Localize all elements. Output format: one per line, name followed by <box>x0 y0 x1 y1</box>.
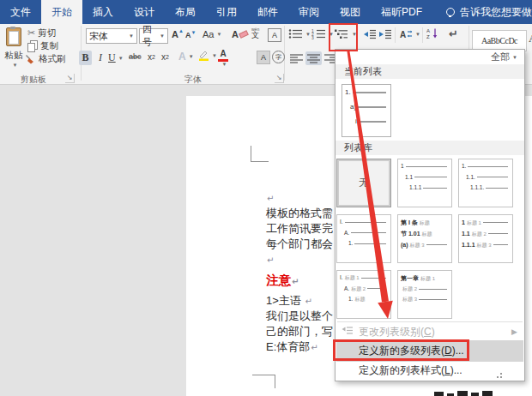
list-preview-line: 第一章标题 1 <box>401 275 449 281</box>
show-marks-button[interactable]: ↵ <box>449 27 458 40</box>
clear-formatting-button[interactable]: A <box>232 29 248 39</box>
cut-button[interactable]: ✂ 剪切 <box>27 27 56 39</box>
font-name-select[interactable]: 宋体▼ <box>86 28 137 44</box>
superscript-button[interactable]: x2 <box>161 52 169 62</box>
phonetic-bottom: 文 <box>251 32 259 39</box>
align-left-button[interactable] <box>288 51 305 65</box>
copy-label: 复制 <box>40 40 58 52</box>
list-style-none-option[interactable]: 无 <box>336 159 391 207</box>
copy-button[interactable]: 复制 <box>27 40 58 51</box>
phonetic-guide-button[interactable]: wén 文 <box>251 27 259 39</box>
character-border-glyph: A <box>268 28 281 42</box>
tab-审阅[interactable]: 审阅 <box>288 0 329 24</box>
paste-button[interactable]: 粘贴 ▼ <box>2 26 26 79</box>
change-case-button[interactable]: Aa▼ <box>203 29 221 39</box>
list-preview-line: 1.1.1标题 3 <box>462 242 510 248</box>
clipboard-dialog-launcher[interactable]: ↘ <box>65 74 75 83</box>
font-size-select[interactable]: 四号▼ <box>139 28 168 44</box>
clipboard-group-label: 剪贴板 <box>7 74 60 86</box>
copy-icon <box>27 40 38 51</box>
decrease-indent-button[interactable] <box>363 29 377 39</box>
svg-text:3: 3 <box>311 35 314 39</box>
tab-插入[interactable]: 插入 <box>82 0 124 24</box>
section-list-library: 列表库 <box>336 141 524 155</box>
list-preview-line: 标题 2 <box>401 286 449 291</box>
clipped-text-fragment <box>434 391 494 396</box>
list-preview-line: 节 1.01标题 <box>401 231 449 237</box>
tab-设计[interactable]: 设计 <box>124 0 165 24</box>
format-painter-button[interactable]: 格式刷 <box>25 53 66 65</box>
margin-crop-mark <box>251 161 269 162</box>
list-preview-line: 标题 3 <box>401 297 449 302</box>
font-color-glyph: A <box>220 50 226 58</box>
character-shading-button[interactable]: A <box>257 51 270 64</box>
increase-indent-button[interactable] <box>378 29 392 39</box>
pilcrow-mark: ↵ <box>267 194 274 203</box>
menu-item-label: 定义新的多级列表(D)... <box>359 344 464 358</box>
tab-邮件[interactable]: 邮件 <box>247 0 288 24</box>
list-preview-line: A.标题 2 <box>340 286 388 292</box>
strikethrough-button[interactable]: abc <box>129 52 142 61</box>
sort-icon: AZ <box>426 27 439 39</box>
grow-font-glyph: A <box>172 29 178 39</box>
numbering-button[interactable]: 123 ▼ <box>311 28 334 39</box>
bold-glyph: B <box>82 51 88 64</box>
character-shading-glyph: A <box>257 51 270 64</box>
list-style-option[interactable]: 1.1.1.1.1.1. <box>458 159 513 207</box>
list-preview-line: I. <box>340 219 388 225</box>
enclose-characters-glyph: 字 <box>272 51 285 63</box>
list-style-option[interactable]: 第一章标题 1标题 2标题 3 <box>397 270 452 319</box>
tab-福昕PDF[interactable]: 福昕PDF <box>371 0 432 24</box>
list-filter-value: 全部 <box>491 51 510 63</box>
paste-clipboard-icon <box>6 27 21 46</box>
lightbulb-icon <box>446 8 455 16</box>
text-effects-glyph: A <box>178 51 186 63</box>
bullets-button[interactable]: ▼ <box>288 28 311 39</box>
list-style-option[interactable]: 1标题 11.1标题 21.1.1标题 3 <box>458 214 513 263</box>
multilevel-list-icon <box>334 28 349 40</box>
tab-引用[interactable]: 引用 <box>206 0 247 24</box>
list-style-option[interactable]: 11.11.1.1 <box>397 159 452 207</box>
text-effects-button[interactable]: A▼ <box>178 51 194 63</box>
sort-button[interactable]: AZ <box>426 27 439 39</box>
multilevel-list-button[interactable]: ▼ <box>334 28 357 40</box>
tell-me-box[interactable]: 告诉我您想要做什么... <box>432 0 532 24</box>
ribbon-tab-bar: 文件 开始 插入设计布局引用邮件审阅视图福昕PDF 告诉我您想要做什么... <box>0 0 532 24</box>
font-color-button[interactable]: A ▼ <box>218 50 228 67</box>
tab-视图[interactable]: 视图 <box>329 0 371 24</box>
margin-crop-mark <box>252 375 275 375</box>
menu-item-define-new-list-style[interactable]: 定义新的列表样式(L)... <box>336 362 523 380</box>
list-style-option[interactable]: I.标题 1A.标题 21.标题 <box>336 270 391 319</box>
brush-icon <box>25 54 36 64</box>
change-case-glyph: Aa <box>203 29 214 39</box>
character-scaling-button[interactable]: A ▼ <box>399 28 420 39</box>
none-label: 无 <box>359 176 369 190</box>
italic-button[interactable]: I <box>95 51 106 65</box>
text-highlight-button[interactable]: ▼ <box>198 51 217 61</box>
underline-button[interactable]: U▼ <box>108 51 124 65</box>
enclose-characters-button[interactable]: 字 <box>272 51 285 63</box>
strikethrough-glyph: abc <box>129 52 142 61</box>
current-list-preview[interactable]: 1.a)i. <box>342 84 391 137</box>
menu-item-change-list-level[interactable]: 更改列表级别(C)▶ <box>336 323 523 340</box>
resize-grip[interactable] <box>497 373 504 378</box>
svg-text:A: A <box>400 30 406 39</box>
menu-item-define-new-multilevel-list[interactable]: 定义新的多级列表(D)... <box>336 340 523 362</box>
highlighter-icon <box>198 51 209 61</box>
shrink-font-button[interactable]: A▼ <box>185 31 196 39</box>
font-dialog-launcher[interactable]: ↘ <box>275 74 284 83</box>
tab-file[interactable]: 文件 <box>0 0 41 24</box>
character-border-button[interactable]: A <box>268 28 281 42</box>
list-filter-dropdown[interactable]: 全部▼ <box>491 51 517 63</box>
tab-布局[interactable]: 布局 <box>165 0 206 24</box>
tab-home[interactable]: 开始 <box>41 0 82 24</box>
numbered-list-icon: 123 <box>311 28 326 39</box>
subscript-button[interactable]: x2 <box>148 52 155 62</box>
list-style-option[interactable]: I.A.1. <box>336 214 391 263</box>
margin-crop-mark <box>275 375 275 388</box>
bold-button[interactable]: B <box>79 51 92 65</box>
grow-font-button[interactable]: A▲ <box>172 29 184 39</box>
clear-format-glyph: A <box>232 29 239 39</box>
list-style-option[interactable]: 第 I 条标题节 1.01标题(a)标题 3 <box>397 214 452 263</box>
align-center-button[interactable] <box>305 51 322 65</box>
